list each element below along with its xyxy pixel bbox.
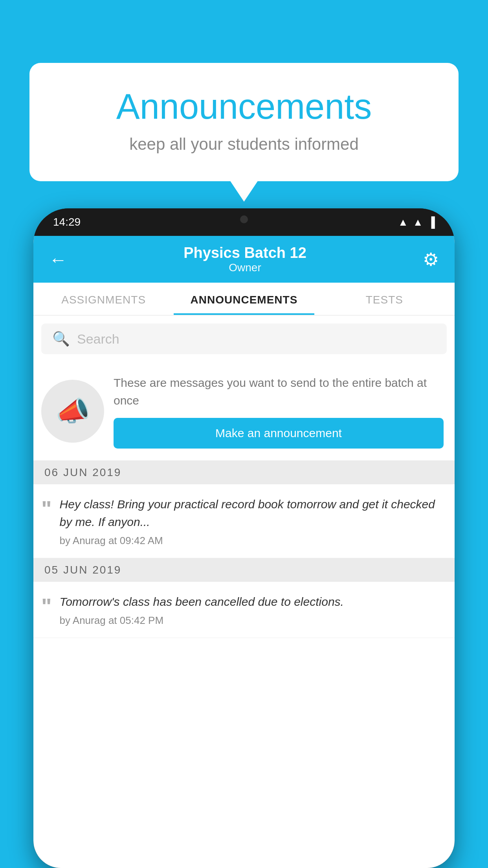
phone-notch: [209, 208, 279, 230]
status-bar: 14:29 ▲ ▲ ▐: [33, 208, 455, 236]
announcement-meta-2: by Anurag at 05:42 PM: [60, 614, 344, 627]
header-title-area: Physics Batch 12 Owner: [183, 245, 306, 274]
status-icons: ▲ ▲ ▐: [398, 216, 435, 228]
settings-icon[interactable]: ⚙: [423, 249, 439, 270]
search-placeholder: Search: [77, 331, 119, 347]
promo-text: These are messages you want to send to t…: [114, 374, 444, 409]
phone-container: 14:29 ▲ ▲ ▐ ← Physics Batch 12 Owner ⚙ A…: [33, 208, 455, 868]
tabs-bar: ASSIGNMENTS ANNOUNCEMENTS TESTS: [33, 283, 455, 316]
search-icon: 🔍: [52, 331, 70, 347]
status-time: 14:29: [53, 216, 81, 228]
camera-dot: [240, 215, 248, 223]
announcement-meta-1: by Anurag at 09:42 AM: [60, 535, 444, 547]
speech-bubble: Announcements keep all your students inf…: [29, 63, 459, 181]
signal-icon: ▲: [413, 216, 423, 228]
battery-icon: ▐: [428, 216, 435, 228]
announcement-item-1[interactable]: " Hey class! Bring your practical record…: [33, 484, 455, 558]
announcement-item-2[interactable]: " Tomorrow's class has been cancelled du…: [33, 582, 455, 638]
announcement-message-1: Hey class! Bring your practical record b…: [60, 495, 444, 531]
wifi-icon: ▲: [398, 216, 408, 228]
back-button[interactable]: ←: [49, 249, 67, 270]
promo-right: These are messages you want to send to t…: [114, 374, 444, 449]
quote-icon-1: ": [41, 498, 52, 520]
header-title: Physics Batch 12: [183, 245, 306, 261]
date-separator-1: 06 JUN 2019: [33, 461, 455, 484]
megaphone-icon: 📣: [56, 395, 90, 427]
date-separator-2: 05 JUN 2019: [33, 558, 455, 582]
header-subtitle: Owner: [183, 261, 306, 274]
search-bar[interactable]: 🔍 Search: [41, 324, 447, 354]
make-announcement-button[interactable]: Make an announcement: [114, 418, 444, 449]
announcement-promo: 📣 These are messages you want to send to…: [33, 362, 455, 461]
speech-bubble-subtitle: keep all your students informed: [61, 135, 427, 154]
app-header: ← Physics Batch 12 Owner ⚙: [33, 236, 455, 283]
quote-icon-2: ": [41, 595, 52, 617]
speech-bubble-title: Announcements: [61, 86, 427, 127]
tab-announcements[interactable]: ANNOUNCEMENTS: [174, 283, 314, 315]
scroll-content: 🔍 Search 📣 These are messages you want t…: [33, 316, 455, 868]
app-content: ← Physics Batch 12 Owner ⚙ ASSIGNMENTS A…: [33, 236, 455, 868]
announcement-text-2: Tomorrow's class has been cancelled due …: [60, 593, 344, 627]
tab-tests[interactable]: TESTS: [314, 283, 455, 315]
announcement-message-2: Tomorrow's class has been cancelled due …: [60, 593, 344, 611]
tab-assignments[interactable]: ASSIGNMENTS: [33, 283, 174, 315]
announcement-text-1: Hey class! Bring your practical record b…: [60, 495, 444, 547]
megaphone-circle: 📣: [41, 380, 104, 443]
